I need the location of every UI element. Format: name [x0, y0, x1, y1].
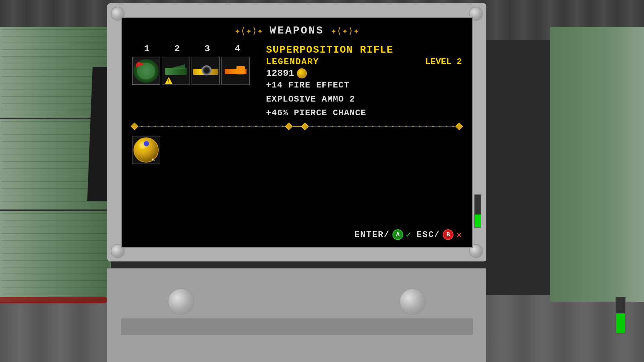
left-ornament: ✦⟨✦⟩✦ [234, 25, 263, 37]
weapon-art-1 [133, 59, 159, 83]
inner-screen: ✦⟨✦⟩✦ WEAPONS ✦⟨✦⟩✦ 1 2 [121, 17, 473, 248]
slot-num-2[interactable]: 2 [162, 44, 192, 54]
cancel-x-icon: ✕ [456, 229, 462, 240]
main-content-row: 1 2 3 4 [132, 44, 462, 120]
slots-area: 1 2 3 4 [132, 44, 259, 85]
right-ornament: ✦⟨✦⟩✦ [331, 25, 359, 37]
a-button-icon: A [392, 229, 403, 240]
bottom-bolt-left [168, 288, 195, 315]
weapon-level: LEVEL 2 [425, 57, 462, 67]
divider [132, 124, 462, 129]
screen-title: WEAPONS [270, 24, 324, 37]
weapon-slot-1[interactable] [132, 57, 160, 85]
left-wing-icon: ✦⟨✦⟩✦ [234, 25, 263, 37]
inventory-area: ↖ [132, 132, 462, 168]
cursor-icon: ↖ [152, 156, 158, 162]
b-button-icon: B [443, 229, 453, 240]
weapon-cost-row: 12891 [266, 68, 462, 78]
screen-header: ✦⟨✦⟩✦ WEAPONS ✦⟨✦⟩✦ [132, 24, 462, 37]
coin-icon [297, 68, 307, 78]
weapon-art-2 [163, 59, 189, 83]
weapon-stat-1: +14 FIRE EFFECT [266, 78, 462, 93]
weapons-screen: ✦⟨✦⟩✦ WEAPONS ✦⟨✦⟩✦ 1 2 [122, 18, 472, 247]
cancel-esc-label: ESC/ [417, 230, 440, 240]
weapon-rarity: LEGENDARY [266, 57, 319, 67]
right-green-fill [475, 215, 481, 227]
bottom-bolt-right [399, 288, 426, 315]
bottom-controls: ENTER/ A ✓ ESC/ B ✕ [354, 229, 462, 240]
weapon-art-4 [223, 59, 248, 83]
weapon-icons-row [132, 57, 259, 85]
slot-num-4[interactable]: 4 [222, 44, 253, 54]
confirm-enter-label: ENTER/ [354, 230, 390, 240]
scope-icon [202, 65, 212, 75]
weapon-stat-2: EXPLOSIVE AMMO 2 [266, 93, 462, 107]
bottom-panel [107, 268, 486, 362]
slot-numbers-row: 1 2 3 4 [132, 44, 259, 54]
slot-num-3[interactable]: 3 [192, 44, 222, 54]
divider-gem-center2 [301, 122, 309, 130]
weapon-slot-4[interactable] [221, 57, 250, 85]
cancel-button[interactable]: ESC/ B ✕ [417, 229, 462, 240]
divider-line-right [309, 126, 455, 127]
divider-line-left [139, 126, 285, 127]
divider-gem-left [131, 122, 139, 130]
weapon-cost: 12891 [266, 68, 294, 78]
blood-splatter [0, 297, 107, 303]
health-bar-container [615, 297, 626, 334]
weapon-slot-3[interactable] [192, 57, 220, 85]
right-frame-bar [474, 194, 481, 228]
weapon-stat-3: +46% PIERCE CHANCE [266, 106, 462, 120]
divider-gem-right [455, 122, 463, 130]
panel-frame: ✦⟨✦⟩✦ WEAPONS ✦⟨✦⟩✦ 1 2 [107, 3, 486, 261]
weapon-slot-2[interactable] [162, 57, 190, 85]
confirm-button[interactable]: ENTER/ A ✓ [354, 229, 411, 240]
wall-panel-3 [0, 211, 111, 302]
bottom-panel-inner [121, 318, 473, 335]
right-wing-icon: ✦⟨✦⟩✦ [331, 25, 359, 37]
health-fill [616, 313, 625, 333]
inventory-item-1[interactable]: ↖ [132, 136, 160, 164]
weapon-rarity-row: LEGENDARY LEVEL 2 [266, 57, 462, 67]
right-wall [550, 27, 644, 302]
weapon-stats-area: SUPERPOSITION RIFLE LEGENDARY LEVEL 2 12… [266, 44, 462, 120]
weapon-name: SUPERPOSITION RIFLE [266, 44, 462, 57]
weapon-art-3 [193, 59, 218, 83]
divider-gem-center1 [285, 122, 293, 130]
slot-num-1[interactable]: 1 [132, 44, 162, 54]
game-panel: ✦⟨✦⟩✦ WEAPONS ✦⟨✦⟩✦ 1 2 [107, 3, 486, 261]
confirm-checkmark-icon: ✓ [406, 229, 411, 240]
